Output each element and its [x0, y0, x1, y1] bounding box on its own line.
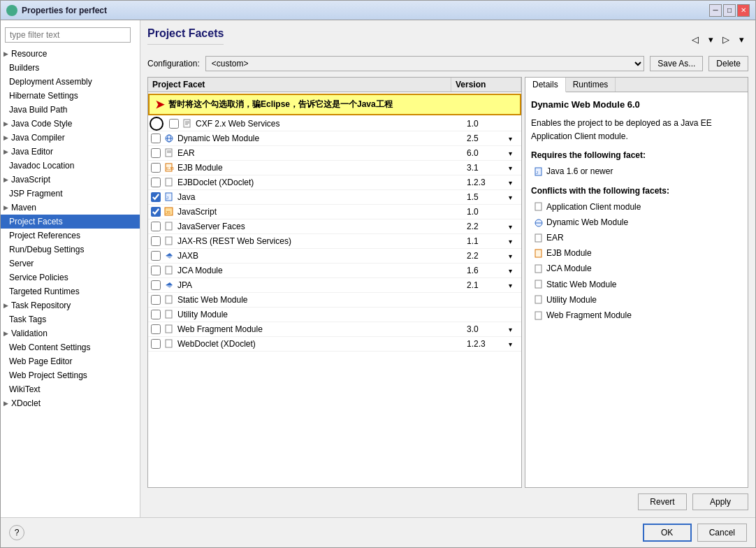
facet-checkbox-cxf[interactable] [169, 119, 179, 129]
table-row[interactable]: Dynamic Web Module 2.5 ▾ [148, 131, 521, 146]
sidebar-item-jsp-fragment[interactable]: JSP Fragment [1, 187, 140, 201]
details-conflicts-section: Conflicts with the following facets: App… [531, 185, 742, 323]
config-select[interactable]: <custom> [205, 56, 645, 71]
sidebar-item-web-page-editor[interactable]: Web Page Editor [1, 354, 140, 368]
sidebar-item-web-content-settings[interactable]: Web Content Settings [1, 340, 140, 354]
close-button[interactable]: ✕ [737, 4, 750, 17]
table-row[interactable]: EJB EJB Module 3.1 ▾ [148, 161, 521, 175]
details-panel: Details Runtimes Dynamic Web Module 6.0 … [525, 77, 748, 488]
table-row[interactable]: EAR 6.0 ▾ [148, 146, 521, 161]
table-row[interactable]: JCA Module 1.6 ▾ [148, 264, 521, 278]
facet-checkbox-ejbdoclet[interactable] [151, 178, 161, 187]
sidebar-item-label: Java Compiler [11, 133, 65, 143]
facet-checkbox-java[interactable] [151, 192, 161, 202]
facet-dropdown-icon[interactable]: ▾ [509, 179, 518, 187]
sidebar-item-javadoc-location[interactable]: Javadoc Location [1, 159, 140, 173]
facet-checkbox-webdoclet[interactable] [151, 339, 161, 349]
sidebar-item-java-editor[interactable]: ▶ Java Editor [1, 145, 140, 159]
sidebar-item-server[interactable]: Server [1, 257, 140, 271]
sidebar-item-targeted-runtimes[interactable]: Targeted Runtimes [1, 284, 140, 298]
facet-dropdown-icon[interactable]: ▾ [509, 282, 518, 289]
facet-checkbox-jaxrs[interactable] [151, 236, 161, 246]
minimize-button[interactable]: ─ [709, 4, 722, 17]
table-row[interactable]: CXF 2.x Web Services 1.0 [148, 117, 521, 131]
table-row[interactable]: Utility Module [148, 308, 521, 322]
expand-icon: ▶ [3, 120, 8, 127]
sidebar-item-validation[interactable]: ▶ Validation [1, 326, 140, 340]
table-row[interactable]: JAXB 2.2 ▾ [148, 249, 521, 264]
nav-dropdown-button[interactable]: ▾ [704, 33, 718, 47]
facet-dropdown-icon[interactable]: ▾ [509, 223, 518, 231]
facets-panel: Project Facet Version ➤ 暂时将这个勾选取消，骗Eclip… [147, 77, 522, 488]
facet-checkbox-utility[interactable] [151, 310, 161, 319]
facet-dropdown-icon[interactable]: ▾ [509, 326, 518, 333]
nav-back-button[interactable]: ◁ [688, 33, 702, 47]
facet-dropdown-icon[interactable]: ▾ [509, 238, 518, 245]
facet-checkbox-jsf[interactable] [151, 222, 161, 231]
sidebar-item-deployment-assembly[interactable]: Deployment Assembly [1, 75, 140, 89]
sidebar-item-service-policies[interactable]: Service Policies [1, 271, 140, 284]
facet-dropdown-icon[interactable]: ▾ [509, 164, 518, 172]
sidebar-item-resource[interactable]: ▶ Resource [1, 47, 140, 61]
ok-button[interactable]: OK [643, 524, 692, 542]
facet-checkbox-jpa[interactable] [151, 280, 161, 290]
sidebar-item-javascript[interactable]: ▶ JavaScript [1, 173, 140, 187]
facet-dropdown-icon[interactable]: ▾ [509, 267, 518, 275]
sidebar: ▶ Resource Builders Deployment Assembly … [1, 20, 140, 517]
svg-rect-26 [166, 325, 172, 333]
facet-dropdown-icon[interactable]: ▾ [509, 194, 518, 201]
facet-checkbox-ear[interactable] [151, 148, 161, 158]
tab-runtimes[interactable]: Runtimes [566, 78, 616, 92]
table-row[interactable]: EJBDoclet (XDoclet) 1.2.3 ▾ [148, 175, 521, 190]
facet-checkbox-jca[interactable] [151, 266, 161, 275]
sidebar-item-java-code-style[interactable]: ▶ Java Code Style [1, 117, 140, 131]
sidebar-item-task-tags[interactable]: Task Tags [1, 312, 140, 326]
facet-checkbox-jaxb[interactable] [151, 251, 161, 261]
sidebar-item-hibernate-settings[interactable]: Hibernate Settings [1, 89, 140, 103]
facet-checkbox-staticweb[interactable] [151, 295, 161, 305]
sidebar-item-maven[interactable]: ▶ Maven [1, 201, 140, 215]
sidebar-filter-input[interactable] [5, 27, 131, 43]
sidebar-item-label: Server [9, 259, 34, 268]
table-row[interactable]: Static Web Module [148, 293, 521, 308]
facet-checkbox-webfragment[interactable] [151, 324, 161, 334]
sidebar-item-project-facets[interactable]: Project Facets [1, 215, 140, 229]
sidebar-item-wikitext[interactable]: WikiText [1, 382, 140, 396]
sidebar-item-java-build-path[interactable]: Java Build Path [1, 103, 140, 117]
sidebar-item-builders[interactable]: Builders [1, 61, 140, 75]
sidebar-item-task-repository[interactable]: ▶ Task Repository [1, 298, 140, 312]
facet-checkbox-dynweb[interactable] [151, 134, 161, 143]
table-row[interactable]: JPA 2.1 ▾ [148, 278, 521, 293]
facet-page-icon [163, 294, 175, 305]
facet-dropdown-icon[interactable]: ▾ [509, 340, 518, 348]
facet-web-icon [163, 133, 175, 144]
nav-dropdown2-button[interactable]: ▾ [734, 33, 748, 47]
sidebar-item-web-project-settings[interactable]: Web Project Settings [1, 368, 140, 382]
delete-button[interactable]: Delete [708, 56, 748, 71]
facet-checkbox-ejb[interactable] [151, 163, 161, 173]
facet-dropdown-icon[interactable]: ▾ [509, 150, 518, 157]
sidebar-item-xdoclet[interactable]: ▶ XDoclet [1, 396, 140, 410]
sidebar-item-java-compiler[interactable]: ▶ Java Compiler [1, 131, 140, 145]
nav-forward-button[interactable]: ▷ [719, 33, 733, 47]
sidebar-item-run-debug-settings[interactable]: Run/Debug Settings [1, 243, 140, 257]
table-row[interactable]: WebDoclet (XDoclet) 1.2.3 ▾ [148, 337, 521, 352]
revert-button[interactable]: Revert [638, 493, 687, 510]
table-row[interactable]: JAX-RS (REST Web Services) 1.1 ▾ [148, 234, 521, 249]
cancel-button[interactable]: Cancel [697, 524, 747, 542]
save-as-button[interactable]: Save As... [650, 56, 703, 71]
facet-name: JavaServer Faces [177, 222, 467, 231]
sidebar-item-project-references[interactable]: Project References [1, 229, 140, 243]
table-row[interactable]: J Java 1.5 ▾ [148, 190, 521, 205]
apply-button[interactable]: Apply [692, 493, 748, 510]
facet-dropdown-icon[interactable]: ▾ [509, 252, 518, 260]
table-row[interactable]: Web Fragment Module 3.0 ▾ [148, 322, 521, 337]
table-row[interactable]: JavaServer Faces 2.2 ▾ [148, 219, 521, 234]
facet-dropdown-icon[interactable]: ▾ [509, 135, 518, 143]
table-row[interactable]: JS JavaScript 1.0 [148, 205, 521, 219]
tab-details[interactable]: Details [525, 78, 566, 92]
help-button[interactable]: ? [9, 525, 24, 540]
maximize-button[interactable]: □ [723, 4, 736, 17]
svg-rect-24 [166, 296, 172, 303]
facet-checkbox-javascript[interactable] [151, 207, 161, 217]
